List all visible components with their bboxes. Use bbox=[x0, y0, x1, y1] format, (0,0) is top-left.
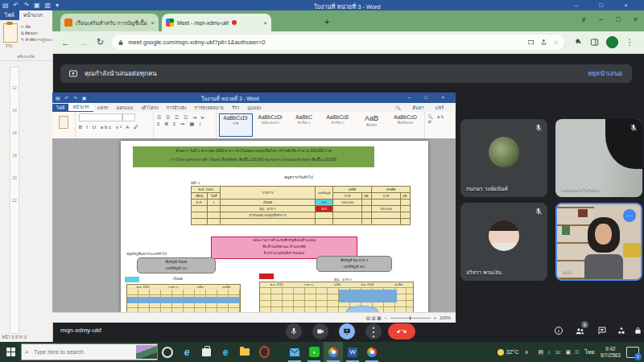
hidden-icons-chevron[interactable]: ∧ bbox=[524, 349, 528, 356]
line-icon[interactable]: ◖ bbox=[304, 342, 324, 362]
view-icons[interactable]: ▤ ▥ ▦ bbox=[366, 315, 382, 320]
close-tab-icon[interactable]: × bbox=[147, 19, 155, 27]
taskbar-clock[interactable]: 9:429/7/2563 bbox=[601, 346, 621, 359]
start-button[interactable] bbox=[0, 342, 21, 362]
ribbon-paragraph-group[interactable]: ☰ ☱ ☲ ☳ ⇥ ⇤ ≡ ≣ ≡ ≔ ▦ ↕ bbox=[154, 112, 217, 138]
store-icon[interactable] bbox=[196, 342, 216, 362]
address-bar[interactable]: meet.google.com/mqn-xdmy-ukf?pli=1&authu… bbox=[112, 35, 564, 50]
tab-search-icon[interactable]: ∨ bbox=[581, 15, 587, 23]
style-subtitle[interactable]: AaBbCcDชื่อเรื่องรอง bbox=[390, 113, 422, 137]
weather-icon[interactable]: 32°C bbox=[497, 349, 519, 356]
ribbon-search-label[interactable]: ค้นหา bbox=[408, 104, 427, 112]
tray-icon[interactable]: ⚿ bbox=[575, 349, 579, 355]
url-text[interactable]: meet.google.com/mqn-xdmy-ukf?pli=1&authu… bbox=[128, 39, 522, 46]
extensions-icon[interactable] bbox=[574, 38, 583, 47]
people-icon[interactable]: 6 bbox=[575, 326, 585, 336]
word-taskbar-icon[interactable]: W bbox=[343, 342, 362, 362]
chrome-taskbar-icon[interactable] bbox=[324, 342, 343, 362]
stop-presenting-link[interactable]: หยุดนำเสนอ bbox=[588, 68, 622, 79]
search-icon[interactable]: 🔍 bbox=[391, 105, 405, 111]
profile-avatar[interactable] bbox=[606, 36, 618, 48]
ribbon-tab-references[interactable]: การอ้างอิง bbox=[163, 104, 191, 112]
mail-icon[interactable] bbox=[285, 342, 304, 362]
share-icon[interactable] bbox=[540, 39, 547, 46]
side-panel-icon[interactable] bbox=[590, 38, 599, 47]
reload-icon[interactable]: ↻ bbox=[97, 37, 104, 47]
paste-label[interactable]: วาง bbox=[5, 43, 12, 49]
word-quick-access-toolbar[interactable]: ▤↶↷▣▥▾ bbox=[0, 2, 61, 8]
language-indicator[interactable]: ไทย bbox=[584, 348, 594, 356]
redo-icon[interactable]: ↷ bbox=[23, 2, 29, 9]
mic-button[interactable] bbox=[286, 323, 302, 339]
site-info-icon[interactable] bbox=[118, 39, 124, 46]
file-explorer-icon[interactable] bbox=[235, 342, 254, 362]
end-call-button[interactable] bbox=[388, 323, 415, 339]
undo-icon[interactable]: ↶ bbox=[14, 2, 19, 9]
tray-icon[interactable]: ▣ bbox=[565, 349, 571, 355]
ribbon-tab-design[interactable]: ออกแบบ bbox=[113, 104, 138, 112]
word-window-controls[interactable]: – □ × bbox=[575, 2, 638, 9]
browser-tab-elearning[interactable]: เรียนเสริมสำหรับ การบัญชีเบื้องต้... × bbox=[60, 14, 159, 31]
new-tab-button[interactable]: + bbox=[324, 17, 329, 27]
action-center-icon[interactable]: 1 bbox=[626, 347, 639, 358]
activities-icon[interactable] bbox=[617, 326, 626, 335]
zoom-in-icon[interactable]: + bbox=[434, 315, 436, 320]
chat-icon[interactable] bbox=[597, 326, 607, 335]
participant-tile[interactable]: จอมพล ส่วงชล่ม bbox=[555, 119, 642, 197]
search-input[interactable] bbox=[32, 348, 124, 356]
ribbon-tab-review[interactable]: รีวิว bbox=[228, 104, 243, 112]
system-tray[interactable]: ▤♪☏▣⚿ bbox=[535, 349, 580, 356]
ribbon-styles-gallery[interactable]: AaBbCcDiปกติ AaBbCcDiไม่มีระยะห่าง AaBbC… bbox=[217, 112, 425, 138]
camera-button[interactable] bbox=[312, 323, 328, 339]
chrome-taskbar-icon-2[interactable] bbox=[362, 342, 382, 362]
save-icon[interactable]: ▤ bbox=[2, 2, 9, 9]
forward-icon[interactable]: → bbox=[79, 38, 88, 47]
maximize-icon[interactable]: □ bbox=[616, 15, 620, 23]
edge-icon[interactable]: e bbox=[216, 342, 235, 362]
cortana-icon[interactable] bbox=[158, 342, 177, 362]
self-video-tile[interactable]: ⋯ คุณ bbox=[555, 203, 642, 281]
participant-tile[interactable]: กนกอร วงษ์อนันต์ bbox=[460, 119, 547, 197]
internet-explorer-icon[interactable]: e bbox=[177, 342, 196, 362]
cut-button[interactable]: ✂ ตัด bbox=[21, 23, 31, 30]
opera-icon[interactable] bbox=[254, 342, 274, 362]
style-title[interactable]: AaBชื่อเรื่อง bbox=[356, 113, 388, 137]
host-controls-icon[interactable] bbox=[634, 326, 642, 335]
bookmark-star-icon[interactable]: ☆ bbox=[553, 39, 559, 46]
cast-icon[interactable] bbox=[527, 39, 535, 46]
ribbon-tab-home[interactable]: หน้าแรก bbox=[68, 103, 93, 112]
format-painter-button[interactable]: ✎ ตัวคัดวางรูปแบบ bbox=[21, 36, 55, 43]
tray-icon[interactable]: ▤ bbox=[539, 349, 544, 355]
word-file-tab[interactable]: ไฟล์ bbox=[0, 10, 19, 20]
participant-tile[interactable]: อริสรา พรมเงิน bbox=[460, 203, 547, 281]
chrome-window-controls[interactable]: ∨ – □ × bbox=[581, 15, 638, 23]
open-icon[interactable]: ▣ bbox=[34, 2, 40, 9]
meeting-details-icon[interactable] bbox=[554, 326, 564, 335]
search-highlight-image[interactable] bbox=[136, 345, 157, 359]
ribbon-tab-file[interactable]: ไฟล์ bbox=[52, 104, 68, 112]
style-heading2[interactable]: AaBbCcEหัวเรื่อง 2 bbox=[322, 113, 354, 137]
taskbar-search[interactable]: ⌕ bbox=[21, 343, 158, 360]
ribbon-editing-group[interactable]: 🔍 ab ⇄ bbox=[425, 112, 456, 138]
weather-temp[interactable]: 32°C bbox=[506, 349, 519, 355]
style-heading1[interactable]: AaBbCหัวเรื่อง 1 bbox=[288, 113, 320, 137]
more-options-button[interactable]: ⋮ bbox=[365, 323, 382, 339]
tile-options-button[interactable]: ⋯ bbox=[623, 209, 636, 222]
chrome-menu-icon[interactable]: ⋮ bbox=[625, 38, 634, 47]
ribbon-clipboard-group[interactable] bbox=[52, 112, 76, 138]
tray-icon[interactable]: ♪ bbox=[547, 349, 551, 355]
minimize-icon[interactable]: – bbox=[599, 15, 603, 23]
browser-tab-meet[interactable]: Meet - mqn-xdmy-ukf × bbox=[162, 14, 271, 31]
zoom-slider[interactable] bbox=[390, 318, 431, 319]
ribbon-share-label[interactable]: แชร์ bbox=[431, 104, 448, 112]
close-tab-icon[interactable]: × bbox=[260, 19, 267, 27]
ribbon-tab-layout[interactable]: เค้าโครง bbox=[137, 104, 162, 112]
tray-icon[interactable]: ☏ bbox=[555, 349, 562, 355]
zoom-controls[interactable]: ▤ ▥ ▦ − + 100% bbox=[366, 315, 451, 320]
document-canvas[interactable]: ตัวอย่าง วันที่ 1 มกราคม 2563 นาย ก นำเง… bbox=[52, 138, 456, 312]
ribbon-tab-insert[interactable]: แทรก bbox=[93, 104, 113, 112]
ribbon-font-group[interactable]: B I U abc x² A 🖉 bbox=[76, 112, 154, 138]
present-button[interactable] bbox=[339, 323, 355, 339]
paste-icon[interactable] bbox=[3, 23, 18, 43]
ribbon-tab-view[interactable]: มุมมอง bbox=[243, 104, 265, 112]
